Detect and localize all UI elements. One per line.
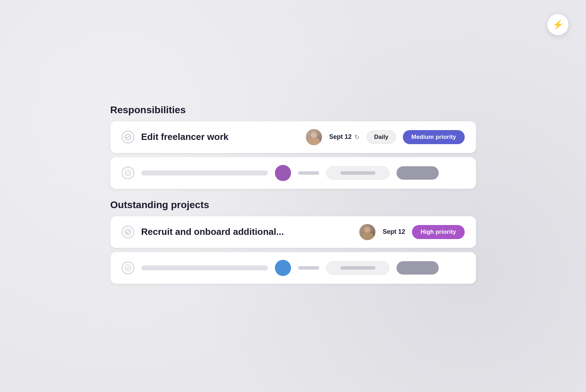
task-card-recruit: Recruit and onboard additional... Sept 1… [110, 216, 476, 248]
task-checkbox-1[interactable] [122, 131, 134, 143]
frequency-tag-1[interactable]: Daily [367, 130, 396, 144]
task-checkbox-2[interactable] [122, 226, 134, 238]
section-responsibilities: Responsibilities Edit freelancer work Se… [110, 104, 476, 189]
skeleton-pill-dark-1 [397, 166, 439, 180]
lightning-icon: ⚡ [552, 19, 564, 30]
skeleton-bar-1 [141, 171, 268, 175]
section-outstanding: Outstanding projects Recruit and onboard… [110, 199, 476, 284]
task-title-1: Edit freelancer work [141, 131, 299, 142]
avatar-1 [306, 129, 322, 145]
date-2: Sept 12 [382, 228, 405, 236]
skeleton-avatar-blue [275, 260, 291, 276]
main-content: Responsibilities Edit freelancer work Se… [103, 97, 483, 295]
svg-point-0 [125, 134, 130, 140]
skeleton-dash-2 [298, 266, 319, 270]
task-card-edit-freelancer: Edit freelancer work Sept 12 ↻ Daily Med… [110, 121, 476, 153]
priority-badge-2[interactable]: High priority [412, 225, 464, 239]
skeleton-checkbox-2 [122, 262, 134, 274]
check-svg-1 [125, 134, 131, 140]
skeleton-pill-dark-2 [397, 261, 439, 275]
skeleton-pill-light-bar-2 [340, 266, 375, 270]
skeleton-avatar-purple [275, 165, 291, 181]
skeleton-pill-light-bar-1 [340, 171, 375, 175]
skeleton-pill-light-1 [326, 166, 389, 180]
skeleton-pill-light-2 [326, 261, 389, 275]
skeleton-bar-2 [141, 265, 268, 270]
skeleton-row-2 [110, 252, 476, 284]
date-1: Sept 12 [329, 133, 352, 141]
lightning-button[interactable]: ⚡ [547, 14, 568, 35]
section-title-outstanding: Outstanding projects [110, 199, 476, 211]
skeleton-checkbox-1 [122, 167, 134, 179]
skeleton-check-svg-1 [125, 170, 131, 176]
date-group-1: Sept 12 ↻ [329, 133, 360, 141]
svg-point-2 [125, 229, 130, 234]
task-title-2: Recruit and onboard additional... [141, 226, 353, 237]
priority-badge-1[interactable]: Medium priority [403, 130, 465, 144]
repeat-icon-1: ↻ [354, 133, 360, 141]
skeleton-check-svg-2 [125, 265, 131, 271]
skeleton-dash-1 [298, 171, 319, 175]
check-svg-2 [125, 229, 131, 235]
skeleton-row-1 [110, 157, 476, 189]
svg-point-3 [125, 265, 130, 270]
svg-point-1 [125, 170, 130, 175]
section-title-responsibilities: Responsibilities [110, 104, 476, 116]
avatar-2 [359, 224, 375, 240]
date-group-2: Sept 12 [382, 228, 405, 236]
